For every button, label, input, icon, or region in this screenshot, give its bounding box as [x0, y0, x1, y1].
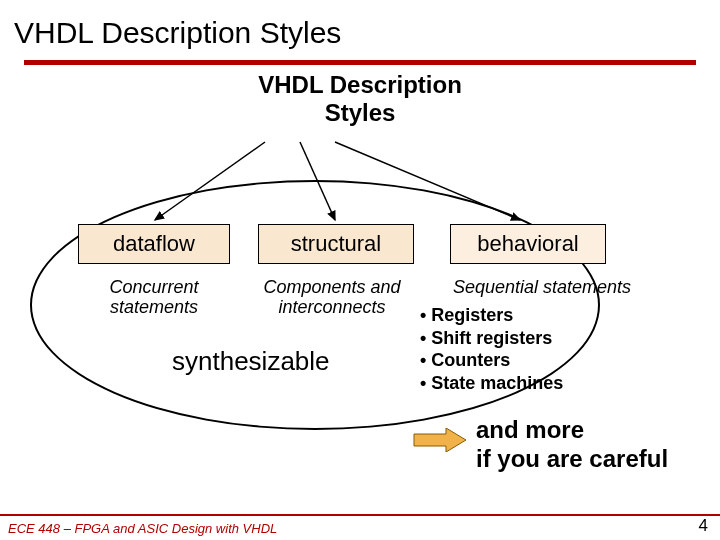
- horizontal-rule: [24, 60, 696, 65]
- diagram-canvas: dataflow structural behavioral Concurren…: [0, 132, 720, 442]
- footer-page-number: 4: [699, 516, 708, 536]
- note-line2: if you are careful: [476, 445, 668, 474]
- box-dataflow: dataflow: [78, 224, 230, 264]
- page-title: VHDL Description Styles: [0, 0, 720, 60]
- desc-behavioral: Sequential statements: [442, 278, 642, 298]
- box-behavioral: behavioral: [450, 224, 606, 264]
- note-and-more: and more if you are careful: [476, 416, 668, 474]
- bullet-state-machines: State machines: [420, 372, 563, 395]
- diagram-title: VHDL Description Styles: [0, 71, 720, 126]
- note-line1: and more: [476, 416, 668, 445]
- desc-structural: Components and interconnects: [244, 278, 420, 318]
- box-structural: structural: [258, 224, 414, 264]
- label-synthesizable: synthesizable: [172, 346, 330, 377]
- desc-dataflow-line2: statements: [78, 298, 230, 318]
- behavioral-bullets: Registers Shift registers Counters State…: [420, 304, 563, 394]
- desc-structural-line1: Components and: [244, 278, 420, 298]
- bullet-registers: Registers: [420, 304, 563, 327]
- footer-course-label: ECE 448 – FPGA and ASIC Design with VHDL: [8, 521, 277, 536]
- svg-line-2: [335, 142, 520, 220]
- desc-structural-line2: interconnects: [244, 298, 420, 318]
- diagram-title-line1: VHDL Description: [0, 71, 720, 99]
- right-arrow-icon: [412, 428, 468, 452]
- diagram-title-line2: Styles: [0, 99, 720, 127]
- footer-rule: [0, 514, 720, 516]
- svg-line-1: [300, 142, 335, 220]
- bullet-counters: Counters: [420, 349, 563, 372]
- desc-dataflow-line1: Concurrent: [78, 278, 230, 298]
- svg-line-0: [155, 142, 265, 220]
- desc-dataflow: Concurrent statements: [78, 278, 230, 318]
- bullet-shift-registers: Shift registers: [420, 327, 563, 350]
